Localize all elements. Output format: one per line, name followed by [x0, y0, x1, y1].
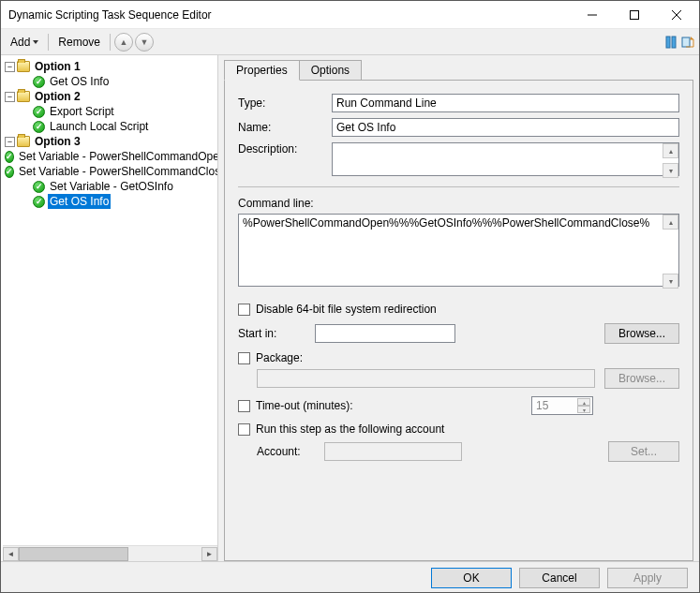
checkbox-icon[interactable]: [238, 304, 250, 316]
checkbox-icon[interactable]: [238, 423, 250, 436]
ok-button[interactable]: OK: [431, 568, 512, 588]
commandline-field[interactable]: [238, 214, 679, 287]
window-title: Dynamic Scripting Task Sequence Editor: [8, 8, 571, 22]
name-field[interactable]: [332, 118, 679, 137]
scroll-up-icon[interactable]: ▴: [663, 143, 678, 158]
move-down-icon[interactable]: ▼: [135, 33, 154, 52]
tree-label: Option 2: [33, 89, 82, 104]
scroll-down-icon[interactable]: ▾: [663, 274, 678, 289]
main-area: Option 1 Get OS Info Option 2 Export Scr…: [1, 55, 699, 561]
timeout-label: Time-out (minutes):: [256, 399, 526, 412]
type-label: Type:: [238, 96, 332, 110]
titlebar: Dynamic Scripting Task Sequence Editor: [1, 1, 699, 29]
tree-scroll[interactable]: Option 1 Get OS Info Option 2 Export Scr…: [3, 57, 217, 545]
tab-strip: Properties Options: [224, 59, 693, 80]
startin-field[interactable]: [315, 324, 455, 343]
maximize-button[interactable]: [613, 1, 655, 28]
tree-item[interactable]: Set Variable - PowerShellCommandOpen: [5, 149, 217, 164]
tab-properties[interactable]: Properties: [224, 60, 300, 81]
step-icon: [5, 166, 14, 178]
step-icon: [33, 106, 45, 118]
spinner-buttons: ▴▾: [577, 398, 590, 413]
step-icon: [33, 196, 45, 208]
separator: [110, 34, 111, 51]
tree-item[interactable]: Set Variable - PowerShellCommandClose: [5, 164, 217, 179]
description-field[interactable]: [332, 142, 679, 176]
description-label: Description:: [238, 142, 332, 156]
h-scrollbar[interactable]: ◄ ►: [3, 545, 217, 561]
tree-item[interactable]: Launch Local Script: [5, 119, 217, 134]
svg-rect-1: [630, 10, 638, 19]
package-label: Package:: [256, 351, 303, 364]
tree-group-option2[interactable]: Option 2: [5, 89, 217, 104]
step-icon: [33, 76, 45, 88]
scroll-up-icon[interactable]: ▴: [663, 215, 678, 230]
tree-label: Set Variable - PowerShellCommandOpen: [17, 149, 217, 164]
account-field: [324, 442, 462, 461]
toolbar: Add Remove ▲ ▼: [1, 29, 699, 55]
name-label: Name:: [238, 121, 332, 134]
tree-item-selected[interactable]: Get OS Info: [5, 194, 217, 209]
scroll-down-icon[interactable]: ▾: [663, 163, 678, 178]
tree-label: Option 3: [33, 134, 82, 149]
timeout-spinner: 15 ▴▾: [531, 396, 593, 415]
tree-label: Launch Local Script: [48, 119, 150, 134]
tree-item[interactable]: Get OS Info: [5, 74, 217, 89]
chevron-down-icon: [33, 40, 38, 44]
remove-button[interactable]: Remove: [52, 34, 106, 51]
toolbar-icon-1[interactable]: [663, 35, 678, 50]
collapse-icon[interactable]: [5, 62, 15, 72]
runas-label: Run this step as the following account: [256, 423, 444, 436]
scroll-left-icon[interactable]: ◄: [3, 547, 19, 561]
svg-rect-5: [672, 37, 676, 48]
tree-group-option1[interactable]: Option 1: [5, 59, 217, 74]
startin-label: Start in:: [238, 327, 305, 340]
dialog-footer: OK Cancel Apply: [1, 561, 699, 593]
properties-pane: Properties Options Type: Name: Descripti…: [218, 55, 699, 561]
textarea-scrollbar[interactable]: ▴ ▾: [663, 143, 678, 178]
scroll-track[interactable]: [19, 547, 201, 561]
browse-startin-button[interactable]: Browse...: [604, 323, 679, 344]
tree: Option 1 Get OS Info Option 2 Export Scr…: [3, 57, 217, 209]
folder-icon: [17, 136, 30, 147]
checkbox-icon[interactable]: [238, 400, 250, 412]
commandline-label: Command line:: [238, 197, 679, 210]
package-field: [257, 369, 595, 388]
close-button[interactable]: [655, 1, 697, 28]
checkbox-icon[interactable]: [238, 352, 250, 364]
tree-pane: Option 1 Get OS Info Option 2 Export Scr…: [1, 55, 218, 561]
step-icon: [33, 181, 45, 193]
toolbar-icon-2[interactable]: [680, 35, 695, 50]
tree-group-option3[interactable]: Option 3: [5, 134, 217, 149]
timeout-value: 15: [536, 399, 548, 412]
browse-package-button: Browse...: [604, 368, 679, 389]
tree-item[interactable]: Set Variable - GetOSInfo: [5, 179, 217, 194]
remove-label: Remove: [58, 36, 100, 49]
scroll-thumb[interactable]: [19, 547, 128, 561]
folder-icon: [17, 61, 30, 72]
step-icon: [33, 121, 45, 133]
divider: [238, 186, 679, 187]
tree-label: Get OS Info: [48, 194, 111, 209]
disable64-checkbox-row[interactable]: Disable 64-bit file system redirection: [238, 303, 679, 316]
disable64-label: Disable 64-bit file system redirection: [256, 303, 437, 316]
tree-label: Set Variable - PowerShellCommandClose: [17, 164, 217, 179]
apply-button: Apply: [607, 568, 688, 588]
scroll-right-icon[interactable]: ►: [201, 547, 217, 561]
add-label: Add: [10, 36, 30, 49]
tab-options[interactable]: Options: [299, 60, 362, 80]
cancel-button[interactable]: Cancel: [519, 568, 600, 588]
tree-item[interactable]: Export Script: [5, 104, 217, 119]
account-label: Account:: [257, 445, 315, 458]
textarea-scrollbar[interactable]: ▴ ▾: [663, 215, 678, 289]
add-button[interactable]: Add: [5, 34, 44, 51]
collapse-icon[interactable]: [5, 92, 15, 102]
move-up-icon[interactable]: ▲: [114, 33, 133, 52]
tab-panel: Type: Name: Description: ▴ ▾ Command lin…: [224, 80, 693, 561]
separator: [48, 34, 49, 51]
minimize-button[interactable]: [571, 1, 613, 28]
tree-label: Set Variable - GetOSInfo: [48, 179, 175, 194]
tree-label: Get OS Info: [48, 74, 111, 89]
set-account-button: Set...: [608, 441, 679, 462]
collapse-icon[interactable]: [5, 137, 15, 147]
